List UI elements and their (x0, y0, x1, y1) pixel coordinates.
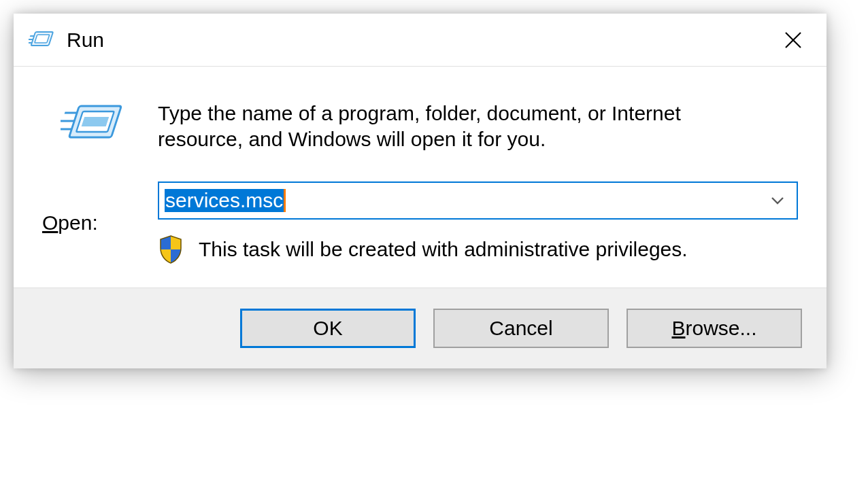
cancel-button[interactable]: Cancel (433, 309, 609, 348)
close-button[interactable] (763, 14, 824, 67)
admin-privileges-text: This task will be created with administr… (199, 238, 688, 261)
uac-shield-icon (158, 235, 184, 264)
browse-accelerator: B (671, 317, 685, 340)
ok-button[interactable]: OK (240, 309, 416, 348)
chevron-down-icon (768, 191, 787, 210)
browse-label-rest: rowse... (685, 317, 756, 340)
admin-privileges-notice: This task will be created with administr… (158, 235, 798, 264)
instructions-text: Type the name of a program, folder, docu… (158, 101, 798, 153)
button-bar: OK Cancel Browse... (14, 288, 827, 368)
run-icon (42, 101, 144, 148)
run-icon (29, 28, 54, 52)
open-combobox[interactable]: services.msc (158, 181, 798, 220)
dialog-body: Type the name of a program, folder, docu… (14, 67, 827, 288)
open-label: Open: (42, 211, 144, 235)
open-input[interactable] (165, 188, 764, 213)
window-title: Run (67, 29, 763, 52)
browse-button[interactable]: Browse... (627, 309, 802, 348)
svg-rect-1 (35, 35, 50, 43)
close-icon (783, 30, 803, 50)
run-dialog: Run Type the name of a program, fo (14, 14, 827, 368)
svg-rect-9 (82, 117, 110, 126)
titlebar: Run (14, 14, 827, 67)
combobox-dropdown-button[interactable] (768, 191, 787, 210)
